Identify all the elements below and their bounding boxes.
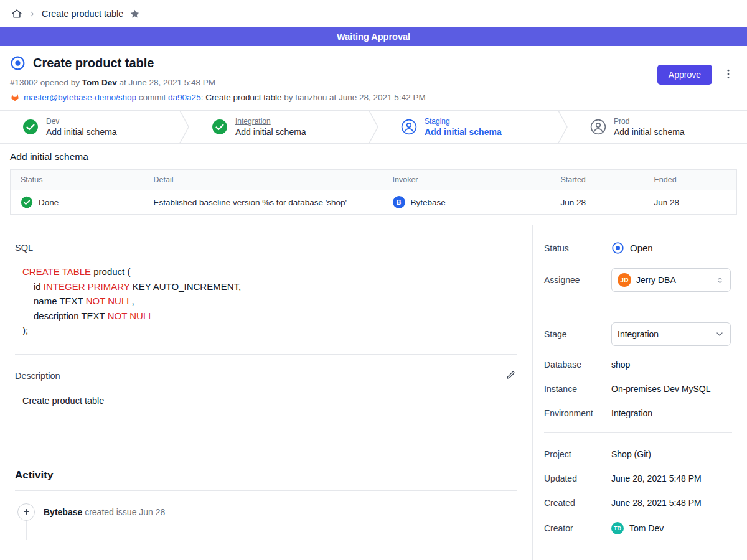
divider bbox=[544, 306, 732, 306]
column-status: Status bbox=[11, 170, 144, 190]
database-value[interactable]: shop bbox=[611, 360, 630, 370]
column-ended: Ended bbox=[644, 170, 737, 190]
environment-label: Environment bbox=[544, 408, 611, 418]
stage-label: Stage bbox=[544, 329, 611, 339]
assignee-value: Jerry DBA bbox=[636, 275, 710, 285]
creator-avatar: TD bbox=[611, 522, 624, 534]
stage-separator bbox=[369, 111, 378, 143]
stage-name: Staging bbox=[425, 117, 502, 126]
stage-task: Add initial schema bbox=[46, 127, 117, 137]
activity-actor: Bytebase bbox=[44, 507, 82, 517]
invoker-avatar: B bbox=[393, 196, 405, 208]
stage-pending-icon bbox=[590, 119, 606, 135]
environment-value: Integration bbox=[611, 408, 652, 418]
project-row: Project Shop (Git) bbox=[544, 449, 732, 459]
assignee-select[interactable]: JD Jerry DBA bbox=[611, 268, 731, 292]
task-table: Status Detail Invoker Started Ended Done… bbox=[10, 169, 737, 215]
breadcrumb: Create product table bbox=[0, 0, 747, 27]
project-value[interactable]: Shop (Git) bbox=[611, 449, 651, 459]
breadcrumb-page-title[interactable]: Create product table bbox=[42, 9, 123, 19]
issue-meta: #13002 opened by Tom Dev at June 28, 202… bbox=[10, 78, 737, 87]
activity-item: Bytebase created issue Jun 28 bbox=[17, 503, 517, 521]
issue-header: Create product table Approve #13002 open… bbox=[0, 46, 747, 110]
instance-value: On-premises Dev MySQL bbox=[611, 384, 710, 394]
branch-link[interactable]: master@bytebase-demo/shop bbox=[24, 93, 136, 102]
updated-label: Updated bbox=[544, 474, 611, 483]
status-row: Status Open bbox=[544, 241, 732, 254]
task-status: Done bbox=[39, 198, 59, 207]
edit-description-button[interactable] bbox=[504, 368, 517, 383]
sql-keyword: NOT NULL bbox=[108, 310, 154, 321]
divider bbox=[15, 490, 517, 491]
stage-name: Dev bbox=[46, 117, 117, 126]
creator-row: Creator TD Tom Dev bbox=[544, 522, 732, 534]
approve-button[interactable]: Approve bbox=[657, 65, 712, 85]
pipeline-stage-staging[interactable]: Staging Add initial schema bbox=[378, 111, 558, 143]
stage-name: Prod bbox=[614, 117, 685, 126]
pipeline: Dev Add initial schema Integration Add i… bbox=[0, 110, 747, 144]
kebab-menu-button[interactable] bbox=[721, 67, 736, 83]
commit-message: : Create product table bbox=[201, 93, 282, 102]
created-row: Created June 28, 2021 5:48 PM bbox=[544, 498, 732, 508]
created-value: June 28, 2021 5:48 PM bbox=[611, 498, 702, 508]
stage-separator bbox=[558, 111, 568, 143]
task-invoker: Bytebase bbox=[411, 198, 446, 207]
pipeline-stage-integration[interactable]: Integration Add initial schema bbox=[189, 111, 369, 143]
updown-chevron-icon bbox=[715, 276, 725, 285]
favorite-star-icon[interactable] bbox=[129, 9, 140, 19]
activity-text: Bytebase created issue Jun 28 bbox=[44, 507, 165, 517]
stage-separator bbox=[179, 111, 189, 143]
table-header-row: Status Detail Invoker Started Ended bbox=[11, 170, 737, 190]
sql-statement: CREATE TABLE product ( id INTEGER PRIMAR… bbox=[22, 264, 517, 338]
commit-text: master@bytebase-demo/shop commit da90a25… bbox=[24, 93, 426, 102]
chevron-down-icon bbox=[715, 329, 725, 339]
creator-value: Tom Dev bbox=[629, 523, 664, 533]
description-label: Description bbox=[15, 371, 60, 381]
created-label: Created bbox=[544, 498, 611, 508]
approval-banner: Waiting Approval bbox=[0, 27, 747, 46]
task-section: Add initial schema Status Detail Invoker… bbox=[0, 144, 747, 225]
environment-row: Environment Integration bbox=[544, 408, 732, 418]
description-content: Create product table bbox=[22, 396, 517, 406]
stage-done-icon bbox=[212, 119, 228, 135]
pipeline-stage-prod[interactable]: Prod Add initial schema bbox=[568, 111, 747, 143]
updated-row: Updated June 28, 2021 5:48 PM bbox=[544, 474, 732, 483]
stage-pending-icon bbox=[401, 119, 417, 135]
issue-number: #13002 bbox=[10, 78, 38, 87]
pipeline-stage-dev[interactable]: Dev Add initial schema bbox=[0, 111, 179, 143]
column-started: Started bbox=[551, 170, 644, 190]
instance-label: Instance bbox=[544, 384, 611, 394]
divider bbox=[15, 354, 517, 355]
instance-row: Instance On-premises Dev MySQL bbox=[544, 384, 732, 394]
divider bbox=[544, 432, 732, 433]
stage-task: Add initial schema bbox=[614, 127, 685, 137]
task-started: Jun 28 bbox=[551, 190, 644, 215]
stage-select[interactable]: Integration bbox=[611, 322, 731, 346]
kebab-menu-icon bbox=[722, 68, 735, 80]
column-invoker: Invoker bbox=[383, 170, 551, 190]
task-done-icon bbox=[21, 196, 33, 208]
stage-row: Stage Integration bbox=[544, 322, 732, 346]
commit-info: master@bytebase-demo/shop commit da90a25… bbox=[10, 92, 737, 102]
stage-name: Integration bbox=[235, 117, 306, 126]
edit-pencil-icon bbox=[505, 370, 516, 380]
stage-task-link[interactable]: Add initial schema bbox=[235, 127, 306, 137]
task-section-title: Add initial schema bbox=[10, 151, 737, 162]
status-label: Status bbox=[544, 243, 611, 253]
table-row[interactable]: Done Established baseline version %s for… bbox=[11, 190, 737, 215]
breadcrumb-chevron-icon bbox=[29, 11, 35, 17]
assignee-label: Assignee bbox=[544, 275, 611, 285]
left-panel: SQL CREATE TABLE product ( id INTEGER PR… bbox=[0, 225, 532, 560]
sql-keyword: NOT NULL bbox=[86, 296, 132, 306]
commit-hash-link[interactable]: da90a25 bbox=[168, 93, 201, 102]
sql-keyword: INTEGER PRIMARY bbox=[44, 281, 130, 292]
status-open-icon bbox=[611, 241, 624, 254]
home-icon[interactable] bbox=[11, 8, 22, 19]
commit-byline: by tianzhou at June 28, 2021 5:42 PM bbox=[284, 93, 425, 102]
issue-author[interactable]: Tom Dev bbox=[82, 78, 117, 87]
stage-task-link[interactable]: Add initial schema bbox=[425, 127, 502, 137]
task-ended: Jun 28 bbox=[644, 190, 737, 215]
creator-label: Creator bbox=[544, 523, 611, 533]
stage-value: Integration bbox=[618, 329, 710, 339]
updated-value: June 28, 2021 5:48 PM bbox=[611, 474, 702, 483]
